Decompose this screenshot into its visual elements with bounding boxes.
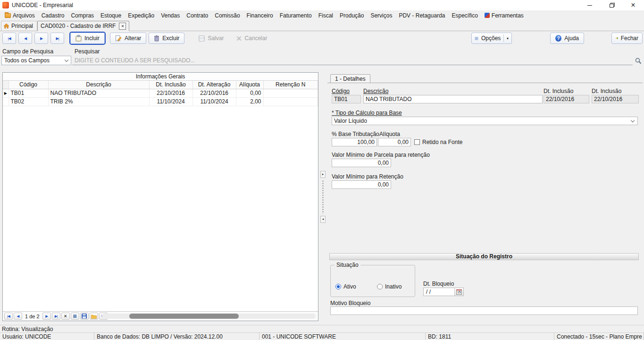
- pager-open-button[interactable]: [90, 313, 98, 320]
- menu-item-label: Específico: [452, 12, 477, 19]
- menu-item-estoque[interactable]: Estoque: [97, 11, 125, 20]
- cancel-icon: ×: [64, 314, 67, 319]
- tab-close-button[interactable]: ×: [119, 23, 126, 30]
- grid-column-header[interactable]: Retenção N: [263, 81, 318, 89]
- grid-cell: NAO TRIBUTADO: [48, 89, 149, 97]
- pager-first-button[interactable]: |◀: [4, 313, 13, 320]
- valor-min-parcela-label: Valor Mínimo de Parcela para retenção: [332, 152, 430, 158]
- menu-item-faturamento[interactable]: Faturamento: [276, 11, 315, 20]
- situacao-registro-header: Situação do Registro: [329, 253, 639, 260]
- pager-cancel-button[interactable]: ×: [61, 313, 70, 320]
- menu-item-comiss-o[interactable]: Comissão: [211, 11, 243, 20]
- last-page-icon: ▶|: [55, 314, 58, 318]
- tipo-calculo-select[interactable]: Valor Líquido: [332, 117, 638, 125]
- record-next-button[interactable]: ▶: [34, 33, 48, 44]
- codigo-field[interactable]: TB01: [332, 95, 361, 103]
- menu-item-compras[interactable]: Compras: [67, 11, 97, 20]
- opcoes-label: Opções: [481, 35, 501, 42]
- grid-column-header[interactable]: Dt. Inclusão: [149, 81, 192, 89]
- salvar-button[interactable]: Salvar: [193, 33, 229, 44]
- valor-min-parcela-field[interactable]: 0,00: [332, 159, 391, 167]
- menu-item-label: Produção: [340, 12, 364, 19]
- menu-item-fiscal[interactable]: Fiscal: [315, 11, 336, 20]
- search-input[interactable]: [72, 56, 633, 65]
- menu-item-arquivos[interactable]: Arquivos: [1, 11, 38, 20]
- exit-icon: [616, 35, 618, 41]
- grid-column-header[interactable]: Código: [8, 81, 48, 89]
- grid-cell: 11/10/2024: [149, 97, 192, 106]
- grid-cell: 22/10/2016: [149, 89, 192, 97]
- valor-min-retencao-field[interactable]: 0,00: [332, 180, 391, 189]
- record-last-button[interactable]: ▶|: [50, 33, 64, 44]
- alterar-button[interactable]: Alterar: [110, 33, 146, 44]
- menu-item-produ-o[interactable]: Produção: [336, 11, 367, 20]
- excluir-button[interactable]: Excluir: [149, 33, 184, 44]
- app-logo-icon: [2, 2, 9, 8]
- opcoes-dropdown-arrow[interactable]: ▾: [507, 36, 509, 41]
- title-bar: UNICODE - Empresarial ×: [0, 0, 644, 10]
- menu-item-vendas[interactable]: Vendas: [158, 11, 183, 20]
- splitter-expand-button[interactable]: ◂: [320, 216, 326, 223]
- menu-item-label: Contrato: [186, 12, 208, 19]
- menu-item-pdv-retaguarda[interactable]: PDV - Retaguarda: [395, 11, 448, 20]
- grid-column-header[interactable]: Dt. Alteração: [192, 81, 236, 89]
- cancelar-button[interactable]: Cancelar: [231, 33, 272, 44]
- close-button[interactable]: ×: [622, 0, 644, 10]
- home-icon: [3, 23, 9, 29]
- splitter-collapse-button[interactable]: ▸: [320, 171, 326, 178]
- dt-bloqueio-field[interactable]: / / 15: [423, 288, 464, 296]
- grid-row[interactable]: TB02TRIB 2%11/10/202411/10/20242,00: [3, 97, 318, 106]
- ajuda-button[interactable]: ? Ajuda: [550, 33, 584, 44]
- incluir-label: Incluir: [84, 35, 100, 42]
- retido-fonte-checkbox[interactable]: Retido na Fonte: [414, 139, 462, 145]
- dt-inclusao-field[interactable]: 22/10/2016: [544, 95, 589, 103]
- descricao-field[interactable]: NAO TRIBUTADO: [363, 95, 543, 103]
- pager-grid-button[interactable]: ▦: [71, 313, 79, 320]
- record-first-button[interactable]: |◀: [2, 33, 16, 44]
- restore-button[interactable]: [601, 0, 622, 10]
- menu-item-ferramentas[interactable]: Ferramentas: [481, 11, 527, 20]
- dt-inclusao-2-field[interactable]: 22/10/2016: [592, 95, 639, 103]
- menu-item-contrato[interactable]: Contrato: [183, 11, 211, 20]
- tab-cad0020[interactable]: CAD0020 - Cadastro de IRRF ×: [37, 21, 129, 31]
- ativo-radio[interactable]: Ativo: [335, 283, 356, 290]
- tab-detalhes[interactable]: 1 - Detalhes: [330, 74, 370, 83]
- campo-pesquisa-select[interactable]: Todos os Campos: [1, 56, 71, 65]
- search-button[interactable]: [634, 56, 643, 65]
- scrollbar-thumb[interactable]: [129, 314, 239, 319]
- aliquota-field[interactable]: 0,00: [378, 138, 411, 146]
- pager-next-button[interactable]: ▶: [42, 313, 51, 320]
- splitter-handle[interactable]: [322, 180, 324, 214]
- pager-prev-button[interactable]: ◀: [14, 313, 22, 320]
- opcoes-button[interactable]: Opções ▾: [471, 33, 512, 44]
- inativo-radio[interactable]: Inativo: [377, 283, 401, 290]
- pager-save-button[interactable]: [80, 313, 89, 320]
- grid-row[interactable]: ▶TB01NAO TRIBUTADO22/10/201622/10/20160,…: [3, 89, 318, 97]
- grid-column-header[interactable]: Alíquota: [236, 81, 263, 89]
- minimize-button[interactable]: [579, 0, 601, 10]
- first-page-icon: |◀: [7, 314, 10, 318]
- grid-horizontal-scrollbar[interactable]: [102, 314, 316, 319]
- status-bar: Usuário: UNICODE Banco de Dados: DB LIMP…: [0, 332, 644, 340]
- tab-principal[interactable]: Principal: [1, 21, 37, 31]
- folder-icon: [5, 13, 11, 18]
- menu-item-espec-fico[interactable]: Específico: [448, 11, 481, 20]
- menu-item-label: Compras: [71, 12, 94, 19]
- pager-last-button[interactable]: ▶|: [52, 313, 60, 320]
- menu-item-label: Estoque: [100, 12, 121, 19]
- menu-item-cadastro[interactable]: Cadastro: [38, 11, 68, 20]
- fechar-button[interactable]: Fechar: [611, 33, 643, 44]
- menu-item-servi-os[interactable]: Serviços: [367, 11, 395, 20]
- grid-column-header[interactable]: Descrição: [48, 81, 149, 89]
- details-body: Código Descrição Dt. Inclusão Dt. Inclus…: [327, 83, 643, 321]
- menu-item-financeiro[interactable]: Financeiro: [243, 11, 276, 20]
- motivo-bloqueio-field[interactable]: [330, 306, 638, 315]
- tipo-calculo-value: Valor Líquido: [334, 118, 367, 124]
- record-prev-button[interactable]: ◀: [18, 33, 32, 44]
- menu-item-expedi-o[interactable]: Expedição: [125, 11, 158, 20]
- base-tributacao-field[interactable]: 100,00: [332, 138, 377, 146]
- incluir-button[interactable]: Incluir: [70, 33, 105, 44]
- calendar-button[interactable]: 15: [454, 288, 463, 296]
- search-area: Campo de Pesquisa Pesquisar Todos os Cam…: [0, 45, 644, 68]
- panel-splitter[interactable]: ▸ ◂: [320, 72, 326, 321]
